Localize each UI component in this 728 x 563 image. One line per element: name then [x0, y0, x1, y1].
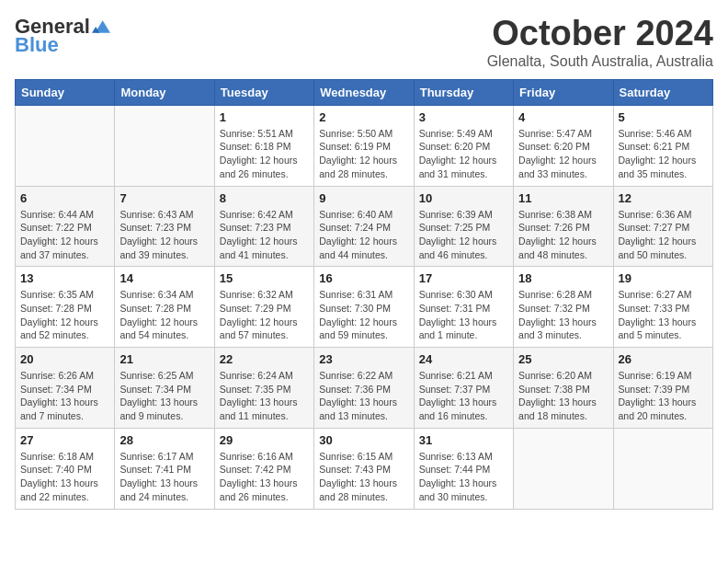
calendar-cell: 15Sunrise: 6:32 AM Sunset: 7:29 PM Dayli… [214, 267, 313, 348]
day-number: 8 [220, 191, 309, 205]
calendar-cell: 21Sunrise: 6:25 AM Sunset: 7:34 PM Dayli… [115, 348, 214, 429]
day-number: 5 [619, 110, 708, 124]
logo: General Blue [15, 15, 110, 57]
calendar-cell: 19Sunrise: 6:27 AM Sunset: 7:33 PM Dayli… [613, 267, 712, 348]
calendar-cell: 2Sunrise: 5:50 AM Sunset: 6:19 PM Daylig… [314, 105, 414, 186]
day-info: Sunrise: 6:28 AM Sunset: 7:32 PM Dayligh… [518, 288, 608, 342]
calendar-cell: 8Sunrise: 6:42 AM Sunset: 7:23 PM Daylig… [214, 186, 313, 267]
day-number: 3 [419, 110, 508, 124]
header-sunday: Sunday [16, 79, 115, 105]
calendar-cell: 6Sunrise: 6:44 AM Sunset: 7:22 PM Daylig… [16, 186, 115, 267]
day-info: Sunrise: 6:36 AM Sunset: 7:27 PM Dayligh… [619, 208, 708, 262]
calendar-cell [115, 105, 214, 186]
day-number: 22 [220, 352, 309, 366]
day-number: 16 [319, 271, 408, 285]
day-number: 23 [319, 352, 408, 366]
day-info: Sunrise: 6:44 AM Sunset: 7:22 PM Dayligh… [20, 208, 109, 262]
day-number: 2 [319, 110, 408, 124]
day-info: Sunrise: 6:42 AM Sunset: 7:23 PM Dayligh… [220, 208, 309, 262]
day-info: Sunrise: 6:15 AM Sunset: 7:43 PM Dayligh… [319, 450, 408, 504]
calendar-week-row: 1Sunrise: 5:51 AM Sunset: 6:18 PM Daylig… [16, 105, 713, 186]
calendar-cell [613, 428, 712, 509]
calendar-cell: 22Sunrise: 6:24 AM Sunset: 7:35 PM Dayli… [214, 348, 313, 429]
calendar-cell: 3Sunrise: 5:49 AM Sunset: 6:20 PM Daylig… [414, 105, 513, 186]
calendar-cell: 23Sunrise: 6:22 AM Sunset: 7:36 PM Dayli… [314, 348, 414, 429]
calendar-week-row: 27Sunrise: 6:18 AM Sunset: 7:40 PM Dayli… [16, 428, 713, 509]
calendar-cell: 16Sunrise: 6:31 AM Sunset: 7:30 PM Dayli… [314, 267, 414, 348]
day-number: 12 [619, 191, 708, 205]
calendar-cell: 26Sunrise: 6:19 AM Sunset: 7:39 PM Dayli… [613, 348, 712, 429]
calendar-cell: 20Sunrise: 6:26 AM Sunset: 7:34 PM Dayli… [16, 348, 115, 429]
calendar-cell: 14Sunrise: 6:34 AM Sunset: 7:28 PM Dayli… [115, 267, 214, 348]
day-number: 14 [119, 271, 209, 285]
calendar-cell [514, 428, 613, 509]
calendar-cell: 9Sunrise: 6:40 AM Sunset: 7:24 PM Daylig… [314, 186, 414, 267]
calendar-cell: 13Sunrise: 6:35 AM Sunset: 7:28 PM Dayli… [16, 267, 115, 348]
day-info: Sunrise: 6:31 AM Sunset: 7:30 PM Dayligh… [319, 288, 408, 342]
header-saturday: Saturday [613, 79, 712, 105]
day-info: Sunrise: 6:38 AM Sunset: 7:26 PM Dayligh… [518, 208, 608, 262]
logo-icon [92, 17, 110, 36]
day-number: 10 [419, 191, 508, 205]
day-info: Sunrise: 6:40 AM Sunset: 7:24 PM Dayligh… [319, 208, 408, 262]
day-number: 20 [20, 352, 109, 366]
day-info: Sunrise: 6:25 AM Sunset: 7:34 PM Dayligh… [119, 369, 209, 423]
day-info: Sunrise: 6:21 AM Sunset: 7:37 PM Dayligh… [419, 369, 508, 423]
header-tuesday: Tuesday [214, 79, 313, 105]
month-title: October 2024 [487, 15, 713, 53]
day-info: Sunrise: 6:24 AM Sunset: 7:35 PM Dayligh… [220, 369, 309, 423]
calendar-table: SundayMondayTuesdayWednesdayThursdayFrid… [15, 79, 713, 510]
header-monday: Monday [115, 79, 214, 105]
calendar-cell: 18Sunrise: 6:28 AM Sunset: 7:32 PM Dayli… [514, 267, 613, 348]
day-info: Sunrise: 6:26 AM Sunset: 7:34 PM Dayligh… [20, 369, 109, 423]
day-number: 9 [319, 191, 408, 205]
header-friday: Friday [514, 79, 613, 105]
day-info: Sunrise: 5:50 AM Sunset: 6:19 PM Dayligh… [319, 127, 408, 181]
calendar-week-row: 20Sunrise: 6:26 AM Sunset: 7:34 PM Dayli… [16, 348, 713, 429]
day-number: 27 [20, 433, 109, 447]
calendar-cell: 30Sunrise: 6:15 AM Sunset: 7:43 PM Dayli… [314, 428, 414, 509]
day-number: 25 [518, 352, 608, 366]
day-number: 13 [20, 271, 109, 285]
day-number: 4 [518, 110, 608, 124]
calendar-cell: 17Sunrise: 6:30 AM Sunset: 7:31 PM Dayli… [414, 267, 513, 348]
day-info: Sunrise: 6:17 AM Sunset: 7:41 PM Dayligh… [119, 450, 209, 504]
calendar-cell: 10Sunrise: 6:39 AM Sunset: 7:25 PM Dayli… [414, 186, 513, 267]
day-number: 18 [518, 271, 608, 285]
day-number: 19 [619, 271, 708, 285]
calendar-week-row: 6Sunrise: 6:44 AM Sunset: 7:22 PM Daylig… [16, 186, 713, 267]
day-info: Sunrise: 6:13 AM Sunset: 7:44 PM Dayligh… [419, 450, 508, 504]
calendar-cell: 28Sunrise: 6:17 AM Sunset: 7:41 PM Dayli… [115, 428, 214, 509]
calendar-cell: 27Sunrise: 6:18 AM Sunset: 7:40 PM Dayli… [16, 428, 115, 509]
day-number: 29 [220, 433, 309, 447]
day-info: Sunrise: 6:18 AM Sunset: 7:40 PM Dayligh… [20, 450, 109, 504]
calendar-cell: 1Sunrise: 5:51 AM Sunset: 6:18 PM Daylig… [214, 105, 313, 186]
day-number: 17 [419, 271, 508, 285]
day-number: 7 [119, 191, 209, 205]
header-thursday: Thursday [414, 79, 513, 105]
logo-blue-text: Blue [15, 33, 59, 57]
day-info: Sunrise: 5:49 AM Sunset: 6:20 PM Dayligh… [419, 127, 508, 181]
header-wednesday: Wednesday [314, 79, 414, 105]
day-info: Sunrise: 6:32 AM Sunset: 7:29 PM Dayligh… [220, 288, 309, 342]
location-title: Glenalta, South Australia, Australia [487, 53, 713, 70]
calendar-cell: 29Sunrise: 6:16 AM Sunset: 7:42 PM Dayli… [214, 428, 313, 509]
calendar-cell: 4Sunrise: 5:47 AM Sunset: 6:20 PM Daylig… [514, 105, 613, 186]
calendar-cell: 12Sunrise: 6:36 AM Sunset: 7:27 PM Dayli… [613, 186, 712, 267]
day-number: 24 [419, 352, 508, 366]
day-number: 31 [419, 433, 508, 447]
day-info: Sunrise: 6:19 AM Sunset: 7:39 PM Dayligh… [619, 369, 708, 423]
day-number: 11 [518, 191, 608, 205]
day-info: Sunrise: 6:39 AM Sunset: 7:25 PM Dayligh… [419, 208, 508, 262]
calendar-cell: 24Sunrise: 6:21 AM Sunset: 7:37 PM Dayli… [414, 348, 513, 429]
day-info: Sunrise: 5:51 AM Sunset: 6:18 PM Dayligh… [220, 127, 309, 181]
day-info: Sunrise: 6:20 AM Sunset: 7:38 PM Dayligh… [518, 369, 608, 423]
day-info: Sunrise: 5:46 AM Sunset: 6:21 PM Dayligh… [619, 127, 708, 181]
day-info: Sunrise: 6:30 AM Sunset: 7:31 PM Dayligh… [419, 288, 508, 342]
day-number: 26 [619, 352, 708, 366]
calendar-week-row: 13Sunrise: 6:35 AM Sunset: 7:28 PM Dayli… [16, 267, 713, 348]
day-number: 21 [119, 352, 209, 366]
calendar-cell [16, 105, 115, 186]
calendar-cell: 31Sunrise: 6:13 AM Sunset: 7:44 PM Dayli… [414, 428, 513, 509]
day-info: Sunrise: 6:22 AM Sunset: 7:36 PM Dayligh… [319, 369, 408, 423]
